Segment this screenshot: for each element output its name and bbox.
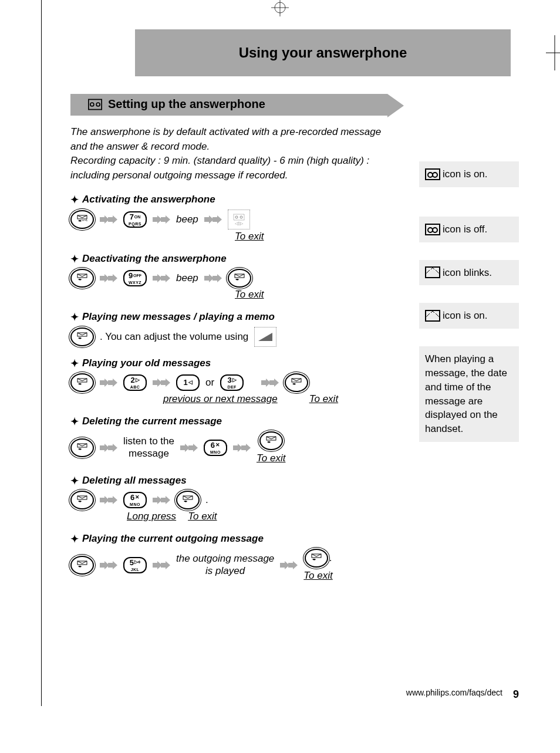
page-number: 9 [513,688,519,701]
side-notes: icon is on. icon is off. icon blinks. ic… [419,94,519,583]
answer-key-button[interactable] [70,491,94,509]
svg-marker-31 [108,379,117,387]
prev-next-label: previous or next message [163,393,278,405]
svg-marker-54 [153,561,162,569]
main-content: Setting up the answerphone The answerpho… [70,94,405,583]
svg-marker-53 [108,561,117,569]
svg-marker-9 [100,215,109,224]
bullet-heading: Activating the answerphone [70,194,405,206]
svg-marker-34 [261,379,271,387]
to-exit-label: To exit [309,393,338,405]
envelope-icon [425,310,440,322]
key-5-button[interactable]: 5▷¢JKL [123,557,147,573]
page-footer: www.philips.com/faqs/dect 9 [406,685,519,697]
arrow-icon [261,379,279,387]
ogm-label-2: is played [205,565,245,577]
svg-marker-14 [212,215,222,224]
bullet-heading: Deactivating the answerphone [70,253,405,265]
note-icon-off: icon is off. [419,217,519,242]
svg-marker-43 [241,444,251,452]
arrow-icon [180,444,198,452]
arrow-icon [153,561,170,569]
svg-marker-41 [188,444,198,452]
arrow-icon [100,444,117,452]
arrow-icon [153,215,170,224]
key-1-button[interactable]: 1◁ [176,374,200,391]
answer-key-button[interactable] [70,373,94,392]
svg-marker-55 [161,561,170,569]
answer-key-button[interactable] [70,269,94,288]
answer-key-button[interactable] [305,549,328,568]
note-icon-on-2: icon is on. [419,303,519,329]
svg-marker-48 [153,496,162,504]
key-2-button[interactable]: 2▷ABC [123,374,147,391]
svg-marker-32 [153,379,162,387]
answer-key-button[interactable] [70,556,94,575]
volume-text: . You can adjust the volume using [100,331,248,343]
crop-line [41,0,42,706]
volume-icon [254,327,276,347]
to-exit-label: To exit [188,511,217,522]
svg-marker-23 [161,274,170,282]
svg-text:◁▯▷: ◁▯▷ [235,221,244,225]
svg-marker-57 [288,561,298,569]
arrow-icon [100,274,117,282]
envelope-icon [425,266,440,278]
svg-marker-22 [153,274,162,282]
listen-label-1: listen to the [123,435,174,447]
svg-marker-20 [100,274,109,282]
or-label: or [205,377,214,389]
beep-label: beep [176,272,198,284]
bullet-heading: Playing the current outgoing message [70,533,405,545]
section-heading: Setting up the answerphone [70,94,387,116]
svg-marker-39 [108,444,117,452]
arrow-icon [204,215,222,224]
arrow-icon [100,496,117,504]
note-icon-on: icon is on. [419,161,519,187]
svg-marker-56 [280,561,289,569]
arrow-icon [100,215,117,224]
answer-key-button[interactable] [228,269,251,288]
key-7-button[interactable]: 7ONPQRS [123,211,147,228]
tape-icon [425,168,440,180]
svg-marker-10 [108,215,117,224]
answer-key-button[interactable] [70,210,94,229]
key-9-button[interactable]: 9OFFWXYZ [123,270,147,286]
svg-marker-35 [269,379,279,387]
answer-key-button[interactable] [176,491,200,509]
arrow-icon [153,496,170,504]
answer-key-button[interactable] [259,431,283,450]
ogm-label-1: the outgoing message [176,553,274,565]
answer-key-button[interactable] [70,438,94,457]
bullet-heading: Deleting the current message [70,416,405,428]
period: . [205,494,208,506]
period: . [329,552,332,564]
answer-key-button[interactable] [70,327,94,346]
display-icon: ◁▯▷ [228,210,250,229]
svg-marker-42 [233,444,242,452]
key-6-button[interactable]: 6✕MNO [204,440,227,456]
arrow-icon [153,274,170,282]
listen-label-2: message [129,448,169,460]
note-icon-blinks: icon blinks. [419,260,519,286]
to-exit-label: To exit [303,570,332,582]
page-title-bar: Using your answerphone [135,29,511,76]
key-6-button[interactable]: 6✕MNO [123,492,147,508]
bullet-heading: Deleting all messages [70,475,405,487]
key-3-button[interactable]: 3▷DEF [220,374,244,391]
arrow-icon [153,379,170,387]
svg-marker-49 [161,496,170,504]
svg-marker-24 [204,274,214,282]
arrow-icon [233,444,251,452]
arrow-icon [100,379,117,387]
answer-key-button[interactable] [285,373,308,392]
bullet-heading: Playing your old messages [70,357,405,370]
svg-marker-38 [100,444,109,452]
footer-url: www.philips.com/faqs/dect [406,688,502,697]
arrow-icon [204,274,222,282]
bullet-heading: Playing new messages / playing a memo [70,311,405,323]
to-exit-label: To exit [235,289,264,300]
svg-marker-25 [212,274,222,282]
beep-label: beep [176,214,198,225]
svg-marker-21 [108,274,117,282]
